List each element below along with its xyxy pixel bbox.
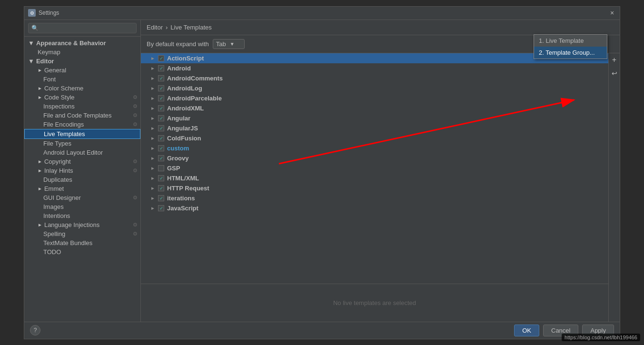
settings-icon: ⚙ [133, 195, 138, 201]
settings-icon: ⚙ [133, 112, 138, 118]
template-row-html-xml[interactable]: ► ✓ HTML/XML [141, 173, 608, 183]
expand-arrow: ► [150, 196, 155, 201]
breadcrumb-separator: › [166, 24, 168, 31]
sidebar-item-file-encodings[interactable]: File Encodings ⚙ [24, 120, 140, 129]
template-checkbox[interactable]: ✓ [158, 85, 164, 91]
sidebar-item-label: Keymap [38, 49, 60, 56]
sidebar-item-editor[interactable]: ▼ Editor [24, 57, 140, 66]
arrow-icon: ▼ [28, 39, 34, 47]
template-name: AndroidLog [167, 85, 202, 92]
bottom-panel: No live templates are selected [141, 284, 608, 322]
sidebar-item-inlay-hints[interactable]: ► Inlay Hints ⚙ [24, 166, 140, 175]
template-row-iterations[interactable]: ► ✓ iterations [141, 193, 608, 203]
template-checkbox[interactable]: ✓ [158, 95, 164, 101]
settings-icon: ⚙ [133, 94, 138, 100]
sidebar-item-label: Editor [36, 58, 54, 65]
templates-section: ► ✓ ActionScript ► ✓ Android ► ✓ A [141, 53, 608, 322]
template-row-androidcomments[interactable]: ► ✓ AndroidComments [141, 73, 608, 83]
sidebar-item-general[interactable]: ► General [24, 66, 140, 75]
template-row-android[interactable]: ► ✓ Android [141, 63, 608, 73]
template-checkbox[interactable]: ✓ [158, 205, 164, 211]
template-checkbox[interactable]: ✓ [158, 175, 164, 181]
template-checkbox[interactable]: ✓ [158, 195, 164, 201]
expand-arrow: ► [150, 206, 155, 211]
sidebar-item-label: General [44, 67, 66, 74]
sidebar-item-file-code-templates[interactable]: File and Code Templates ⚙ [24, 111, 140, 120]
template-row-androidparcelable[interactable]: ► ✓ AndroidParcelable [141, 93, 608, 103]
sidebar-item-textmate-bundles[interactable]: TextMate Bundles [24, 238, 140, 247]
template-row-http-request[interactable]: ► ✓ HTTP Request [141, 183, 608, 193]
breadcrumb: Editor › Live Templates [141, 20, 620, 35]
sidebar-item-language-injections[interactable]: ► Language Injections ⚙ [24, 220, 140, 229]
arrow-icon: ► [38, 68, 42, 73]
menu-item-template-group[interactable]: 2. Template Group... [534, 47, 607, 59]
templates-list: ► ✓ ActionScript ► ✓ Android ► ✓ A [141, 53, 608, 284]
template-checkbox[interactable]: ✓ [158, 185, 164, 191]
add-button[interactable]: + [610, 55, 619, 65]
template-row-javascript[interactable]: ► ✓ JavaScript [141, 203, 608, 213]
template-checkbox[interactable]: ✓ [158, 135, 164, 141]
sidebar-item-label: Copyright [44, 158, 71, 165]
template-checkbox[interactable]: ✓ [158, 105, 164, 111]
app-icon: ⚙ [28, 9, 36, 17]
expand-dropdown[interactable]: Tab ▼ [213, 39, 245, 49]
settings-icon: ⚙ [133, 158, 138, 165]
help-button[interactable]: ? [30, 325, 40, 335]
template-row-gsp[interactable]: ► GSP [141, 163, 608, 173]
sidebar-item-inspections[interactable]: Inspections ⚙ [24, 102, 140, 111]
sidebar-item-label: File Encodings [43, 121, 84, 128]
template-checkbox[interactable]: ✓ [158, 115, 164, 121]
template-row-angularjs[interactable]: ► ✓ AngularJS [141, 123, 608, 133]
template-row-custom[interactable]: ► ✓ custom [141, 143, 608, 153]
sidebar-item-color-scheme[interactable]: ► Color Scheme [24, 84, 140, 93]
template-checkbox[interactable]: ✓ [158, 55, 164, 61]
sidebar-item-file-types[interactable]: File Types [24, 139, 140, 148]
sidebar-item-label: Android Layout Editor [43, 149, 103, 156]
template-checkbox[interactable] [158, 165, 164, 171]
sidebar-item-font[interactable]: Font [24, 75, 140, 84]
arrow-icon: ► [38, 159, 42, 164]
sidebar-item-live-templates[interactable]: Live Templates [24, 129, 140, 139]
url-bar: https://blog.csdn.net/lbh199466 [562, 334, 640, 341]
sidebar-item-duplicates[interactable]: Duplicates [24, 175, 140, 184]
sidebar-item-label: Duplicates [43, 176, 72, 183]
sidebar-item-appearance[interactable]: ▼ Appearance & Behavior [24, 39, 140, 48]
settings-icon: ⚙ [133, 121, 138, 128]
sidebar-item-spelling[interactable]: Spelling ⚙ [24, 229, 140, 238]
search-input[interactable] [28, 23, 137, 33]
template-checkbox[interactable]: ✓ [158, 125, 164, 131]
template-row-angular[interactable]: ► ✓ Angular [141, 113, 608, 123]
expand-arrow: ► [150, 146, 155, 151]
template-row-androidxml[interactable]: ► ✓ AndroidXML [141, 103, 608, 113]
expand-arrow: ► [150, 66, 155, 71]
sidebar-item-code-style[interactable]: ► Code Style ⚙ [24, 93, 140, 102]
ok-button[interactable]: OK [514, 325, 539, 336]
sidebar-item-todo[interactable]: TODO [24, 247, 140, 256]
settings-dialog: ⚙ Settings × ▼ Appearance & Behavior Key… [24, 6, 620, 339]
sidebar-item-emmet[interactable]: ► Emmet [24, 184, 140, 193]
sidebar-item-gui-designer[interactable]: GUI Designer ⚙ [24, 193, 140, 202]
sidebar-item-copyright[interactable]: ► Copyright ⚙ [24, 157, 140, 166]
template-checkbox[interactable]: ✓ [158, 75, 164, 81]
settings-icon: ⚙ [133, 168, 138, 174]
sidebar-item-android-layout[interactable]: Android Layout Editor [24, 148, 140, 157]
template-name: Android [167, 65, 191, 72]
template-checkbox[interactable]: ✓ [158, 155, 164, 161]
template-row-coldfusion[interactable]: ► ✓ ColdFusion [141, 133, 608, 143]
main-content: Editor › Live Templates By default expan… [141, 20, 620, 322]
sidebar-item-keymap[interactable]: Keymap [24, 48, 140, 57]
sidebar-item-images[interactable]: Images [24, 202, 140, 211]
expand-arrow: ► [150, 86, 155, 91]
template-name: Angular [167, 115, 190, 122]
close-button[interactable]: × [608, 9, 616, 17]
sidebar-item-label: GUI Designer [43, 194, 81, 201]
sidebar-item-intentions[interactable]: Intentions [24, 211, 140, 220]
action-buttons: + ↩ [608, 53, 620, 322]
template-row-groovy[interactable]: ► ✓ Groovy [141, 153, 608, 163]
template-row-androidlog[interactable]: ► ✓ AndroidLog [141, 83, 608, 93]
template-checkbox[interactable]: ✓ [158, 65, 164, 71]
template-checkbox[interactable]: ✓ [158, 145, 164, 151]
revert-button[interactable]: ↩ [610, 69, 619, 78]
arrow-icon: ► [38, 86, 42, 91]
menu-item-live-template[interactable]: 1. Live Template [534, 35, 607, 47]
